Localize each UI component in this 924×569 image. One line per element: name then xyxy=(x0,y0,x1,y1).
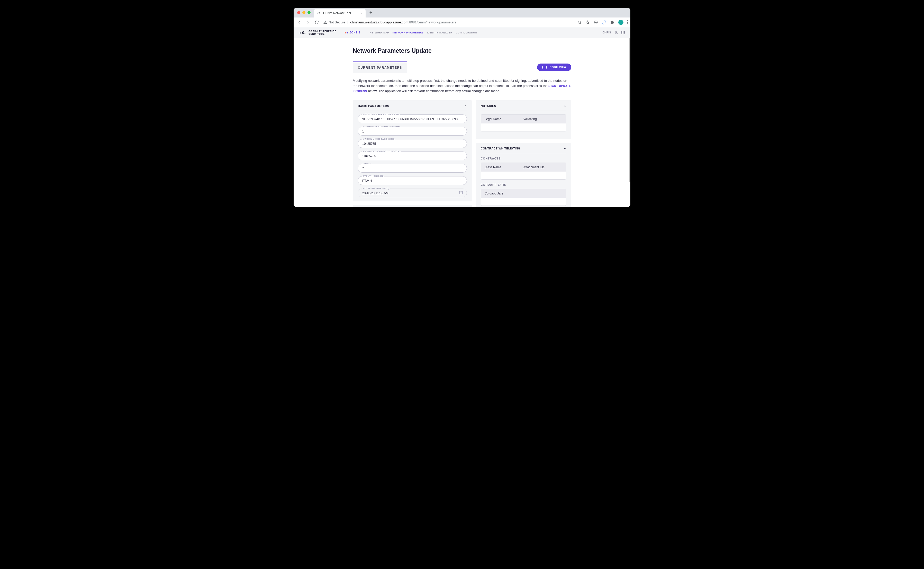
browser-toolbar: Not Secure | chrisfarm.westus2.cloudapp.… xyxy=(294,17,630,27)
user-name: CHRIS xyxy=(602,31,611,34)
circle-icon[interactable] xyxy=(594,20,598,25)
cordapp-table: Cordapp Jars xyxy=(481,189,566,206)
title-bar: r3. CENM Network Tool × + xyxy=(294,8,630,17)
user-area: CHRIS xyxy=(602,30,625,35)
browser-tab[interactable]: r3. CENM Network Tool × xyxy=(314,9,366,17)
nav-links: NETWORK MAP NETWORK PARAMETERS IDENTITY … xyxy=(370,31,477,34)
brand-line2: CENM TOOL xyxy=(308,33,337,35)
address-bar[interactable]: Not Secure | chrisfarm.westus2.cloudapp.… xyxy=(322,20,575,24)
notaries-table: Legal Name Validating xyxy=(481,114,566,131)
chevron-up-icon xyxy=(464,105,467,107)
svg-point-2 xyxy=(595,22,596,23)
tab-title: CENM Network Tool xyxy=(323,11,358,15)
browser-window: r3. CENM Network Tool × + Not Secure | c… xyxy=(294,8,630,207)
code-view-button[interactable]: { } CODE VIEW xyxy=(537,64,571,71)
th-legal-name: Legal Name xyxy=(485,117,523,121)
chevron-up-icon xyxy=(564,147,566,150)
not-secure-indicator[interactable]: Not Secure xyxy=(323,20,345,24)
svg-rect-4 xyxy=(460,192,463,194)
description: Modifying network parameters is a multi-… xyxy=(353,78,571,94)
addr-divider: | xyxy=(347,20,348,24)
brand-line1: CORDA ENTERPRISE xyxy=(308,30,337,33)
link-icon[interactable] xyxy=(602,20,607,25)
url-text: chrisfarm.westus2.cloudapp.azure.com:808… xyxy=(350,20,456,24)
field-maximum-transaction-size[interactable]: MAXIMUM TRANSACTION SIZE 10485765 xyxy=(358,152,467,160)
field-modified-time: MODIFIED TIME (UTC) 23-10-20 11:36 AM xyxy=(358,189,467,197)
window-controls xyxy=(294,11,314,14)
cordapp-tbody xyxy=(481,198,566,205)
nav-network-parameters[interactable]: NETWORK PARAMETERS xyxy=(393,31,423,34)
tab-row: CURRENT PARAMETERS { } CODE VIEW xyxy=(353,61,571,73)
nav-network-map[interactable]: NETWORK MAP xyxy=(370,31,389,34)
contracts-table: Class Name Attachment IDs xyxy=(481,163,566,180)
code-view-label: CODE VIEW xyxy=(550,66,567,69)
th-class-name: Class Name xyxy=(485,166,523,169)
tab-close-icon[interactable]: × xyxy=(360,11,363,15)
panel-header-basic[interactable]: BASIC PARAMETERS xyxy=(358,105,467,111)
brand[interactable]: r3. CORDA ENTERPRISE CENM TOOL xyxy=(299,30,337,35)
content-area[interactable]: Network Parameters Update CURRENT PARAME… xyxy=(294,38,630,207)
notaries-tbody xyxy=(481,123,566,131)
minimize-window-button[interactable] xyxy=(302,11,305,14)
brand-logo: r3. xyxy=(299,30,306,35)
back-button[interactable] xyxy=(296,19,302,26)
svg-point-0 xyxy=(578,21,581,23)
nav-identity-manager[interactable]: IDENTITY MANAGER xyxy=(427,31,452,34)
cordapp-label: CORDAPP JARS xyxy=(481,183,566,186)
maximize-window-button[interactable] xyxy=(308,11,311,14)
field-event-horizon[interactable]: EVENT HORIZON PT24H xyxy=(358,176,467,185)
user-icon[interactable] xyxy=(614,30,618,35)
app-header: r3. CORDA ENTERPRISE CENM TOOL ZONE-2 NE… xyxy=(294,27,630,38)
right-column: NOTARIES Legal Name Validating xyxy=(476,100,571,207)
profile-avatar[interactable] xyxy=(618,20,624,25)
not-secure-label: Not Secure xyxy=(329,20,345,24)
contracts-tbody xyxy=(481,172,566,179)
th-attachment-ids: Attachment IDs xyxy=(523,166,562,169)
forward-button[interactable] xyxy=(305,19,311,26)
th-validating: Validating xyxy=(523,117,562,121)
zone-icon xyxy=(345,32,348,33)
panel-basic-parameters: BASIC PARAMETERS NETWORK PARAMETER HASH … xyxy=(353,100,472,201)
warning-icon xyxy=(323,21,327,24)
bookmark-icon[interactable] xyxy=(586,20,590,25)
panel-header-notaries[interactable]: NOTARIES xyxy=(481,105,566,111)
toolbar-right xyxy=(577,20,628,25)
browser-menu-button[interactable] xyxy=(627,20,628,24)
extensions-icon[interactable] xyxy=(610,20,615,25)
panel-notaries: NOTARIES Legal Name Validating xyxy=(476,100,571,139)
scrollbar-thumb[interactable] xyxy=(629,38,630,182)
apps-icon[interactable] xyxy=(621,31,625,34)
svg-point-3 xyxy=(616,31,617,32)
field-minimum-platform-version[interactable]: MINIMUM PLATFORM VERSION 1 xyxy=(358,127,467,135)
field-epoch[interactable]: EPOCH 7 xyxy=(358,164,467,173)
tab-favicon: r3. xyxy=(317,12,321,15)
panel-header-whitelisting[interactable]: CONTRACT WHITELISTING xyxy=(481,147,566,153)
field-maximum-message-size[interactable]: MAXIMUM MESSAGE SIZE 10485765 xyxy=(358,139,467,148)
panel-package-ownership: PACKAGE OWNERSHIP xyxy=(353,205,472,207)
page-title: Network Parameters Update xyxy=(353,47,571,54)
scrollbar[interactable] xyxy=(629,38,630,207)
contracts-label: CONTRACTS xyxy=(481,157,566,160)
left-column: BASIC PARAMETERS NETWORK PARAMETER HASH … xyxy=(353,100,472,207)
close-window-button[interactable] xyxy=(297,11,300,14)
zone-label: ZONE-2 xyxy=(350,31,361,34)
zone-selector[interactable]: ZONE-2 xyxy=(345,31,361,34)
chevron-up-icon xyxy=(564,105,566,107)
code-icon: { } xyxy=(542,65,548,69)
calendar-icon xyxy=(459,190,463,195)
reload-button[interactable] xyxy=(314,19,320,26)
panel-contract-whitelisting: CONTRACT WHITELISTING CONTRACTS Class Na… xyxy=(476,143,571,207)
tab-current-parameters[interactable]: CURRENT PARAMETERS xyxy=(353,61,407,73)
th-cordapp-jars: Cordapp Jars xyxy=(485,192,562,195)
field-network-parameter-hash[interactable]: NETWORK PARAMETER HASH 9E7229874B70EDB57… xyxy=(358,114,467,123)
nav-configuration[interactable]: CONFIGURATION xyxy=(456,31,477,34)
new-tab-button[interactable]: + xyxy=(367,9,374,16)
zoom-icon[interactable] xyxy=(577,20,582,25)
